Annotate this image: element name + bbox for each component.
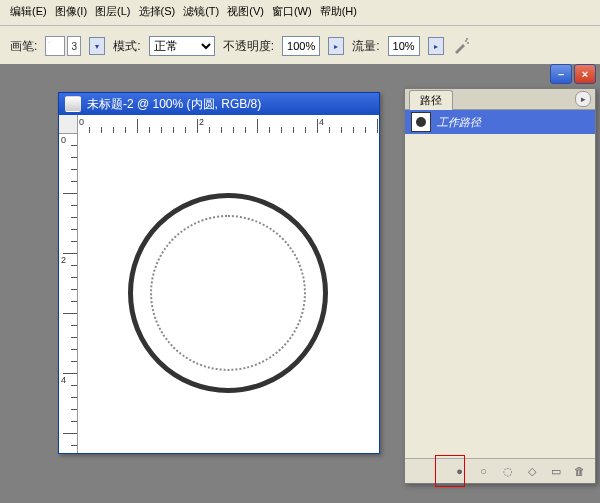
menu-edit[interactable]: 编辑(E): [10, 4, 47, 19]
brush-picker[interactable]: · 3: [45, 36, 81, 56]
flow-field[interactable]: 10%: [388, 36, 420, 56]
panel-footer: ● ○ ◌ ◇ ▭ 🗑: [405, 458, 595, 483]
opacity-dropdown-icon[interactable]: ▸: [328, 37, 344, 55]
menu-bar: 编辑(E) 图像(I) 图层(L) 选择(S) 滤镜(T) 视图(V) 窗口(W…: [0, 0, 600, 26]
options-bar: 画笔: · 3 ▾ 模式: 正常 不透明度: 100% ▸ 流量: 10% ▸: [0, 26, 600, 67]
ruler-v-2: 2: [61, 255, 66, 265]
document-titlebar[interactable]: 未标题-2 @ 100% (内圆, RGB/8): [59, 93, 379, 115]
svg-point-1: [467, 42, 469, 44]
outer-circle-shape: [128, 193, 328, 393]
menu-layer[interactable]: 图层(L): [95, 4, 130, 19]
document-icon: [65, 96, 81, 112]
brush-size-value: ·: [45, 36, 65, 56]
brush-label: 画笔:: [10, 38, 37, 55]
selection-to-path-icon[interactable]: ◇: [524, 464, 539, 479]
delete-path-icon[interactable]: 🗑: [572, 464, 587, 479]
ruler-h-4: 4: [319, 117, 324, 127]
menu-select[interactable]: 选择(S): [139, 4, 176, 19]
menu-image[interactable]: 图像(I): [55, 4, 87, 19]
panel-close-button[interactable]: ×: [574, 64, 596, 84]
fill-path-icon[interactable]: ●: [452, 464, 467, 479]
panel-empty-area[interactable]: [405, 134, 595, 458]
path-item-work-path[interactable]: 工作路径: [405, 110, 595, 134]
opacity-label: 不透明度:: [223, 38, 274, 55]
path-thumbnail: [411, 112, 431, 132]
flow-dropdown-icon[interactable]: ▸: [428, 37, 444, 55]
svg-point-0: [465, 40, 467, 42]
path-item-label: 工作路径: [437, 115, 481, 130]
mode-label: 模式:: [113, 38, 140, 55]
brush-dropdown-icon[interactable]: ▾: [89, 37, 105, 55]
new-path-icon[interactable]: ▭: [548, 464, 563, 479]
ruler-v-0: 0: [61, 135, 66, 145]
ruler-h-0: 0: [79, 117, 84, 127]
inner-circle-selection: [150, 215, 306, 371]
menu-window[interactable]: 窗口(W): [272, 4, 312, 19]
flow-value: 10%: [391, 40, 417, 52]
panel-menu-icon[interactable]: ▸: [575, 91, 591, 107]
opacity-field[interactable]: 100%: [282, 36, 320, 56]
paths-panel: 路径 ▸ 工作路径 ● ○ ◌ ◇ ▭ 🗑: [404, 88, 596, 484]
airbrush-icon[interactable]: [452, 37, 470, 55]
ruler-vertical[interactable]: 0 2 4: [59, 133, 78, 453]
mode-select[interactable]: 正常: [149, 36, 215, 56]
tab-paths[interactable]: 路径: [409, 90, 453, 110]
stroke-path-icon[interactable]: ○: [476, 464, 491, 479]
ruler-horizontal[interactable]: 0 2 4: [77, 115, 379, 134]
flow-label: 流量:: [352, 38, 379, 55]
ruler-v-4: 4: [61, 375, 66, 385]
svg-point-2: [466, 38, 468, 40]
menu-filter[interactable]: 滤镜(T): [183, 4, 219, 19]
opacity-value: 100%: [285, 40, 317, 52]
document-window: 未标题-2 @ 100% (内圆, RGB/8) 0 2 4 0 2 4: [58, 92, 380, 454]
menu-help[interactable]: 帮助(H): [320, 4, 357, 19]
document-title: 未标题-2 @ 100% (内圆, RGB/8): [87, 96, 261, 113]
menu-view[interactable]: 视图(V): [227, 4, 264, 19]
ruler-h-2: 2: [199, 117, 204, 127]
canvas[interactable]: [77, 133, 379, 453]
panel-tabs: 路径 ▸: [405, 89, 595, 110]
ruler-origin[interactable]: [59, 115, 78, 134]
path-to-selection-icon[interactable]: ◌: [500, 464, 515, 479]
panel-minimize-button[interactable]: –: [550, 64, 572, 84]
panel-window-controls: – ×: [550, 64, 596, 84]
brush-size-number: 3: [67, 36, 81, 56]
